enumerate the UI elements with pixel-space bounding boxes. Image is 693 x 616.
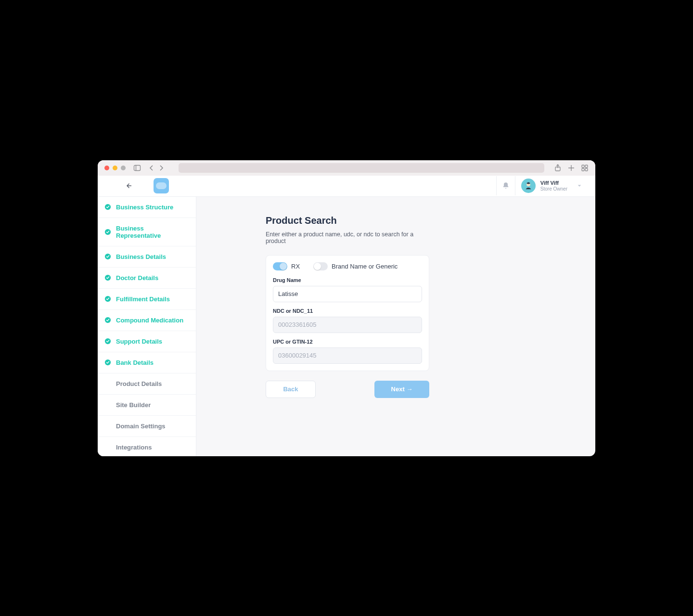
brand-generic-toggle[interactable] xyxy=(313,262,328,270)
sidebar-item[interactable]: Support Details xyxy=(98,331,196,352)
next-button[interactable]: Next → xyxy=(374,381,429,398)
check-circle-icon xyxy=(104,359,111,366)
drug-name-label: Drug Name xyxy=(273,277,422,283)
upc-label: UPC or GTIN-12 xyxy=(273,339,422,345)
app-body: Business StructureBusiness Representativ… xyxy=(98,197,595,456)
browser-window: Viff Viff Store Owner Business Structure… xyxy=(98,160,595,456)
page-title: Product Search xyxy=(266,215,429,226)
sidebar-item[interactable]: Domain Settings xyxy=(98,416,196,437)
back-button[interactable]: Back xyxy=(266,381,316,398)
notifications-button[interactable] xyxy=(496,176,515,195)
share-icon[interactable] xyxy=(554,164,562,172)
app-header: Viff Viff Store Owner xyxy=(98,176,595,197)
sidebar-item-label: Business Details xyxy=(116,253,166,260)
sidebar-item-label: Business Representative xyxy=(116,225,189,239)
svg-rect-5 xyxy=(582,168,584,171)
sidebar-item-label: Fulfillment Details xyxy=(116,295,170,303)
sidebar-item-label: Doctor Details xyxy=(116,274,158,282)
app-logo[interactable] xyxy=(154,178,169,193)
rx-toggle[interactable] xyxy=(273,262,287,270)
product-search-form: RX Brand Name or Generic Drug Name NDC o… xyxy=(266,255,429,371)
toggle-row: RX Brand Name or Generic xyxy=(273,262,422,270)
logo-text xyxy=(156,182,167,189)
back-arrow-icon[interactable] xyxy=(123,180,134,192)
window-minimize-button[interactable] xyxy=(113,166,117,170)
sidebar-item[interactable]: Fulfillment Details xyxy=(98,289,196,310)
check-circle-icon xyxy=(104,317,111,323)
check-circle-icon xyxy=(104,204,111,210)
ndc-label: NDC or NDC_11 xyxy=(273,308,422,314)
button-row: Back Next → xyxy=(266,381,429,398)
chevron-down-icon xyxy=(577,181,582,190)
sidebar-item[interactable]: Site Builder xyxy=(98,395,196,416)
check-circle-icon xyxy=(104,274,111,281)
page-subtitle: Enter either a product name, udc, or ndc… xyxy=(266,231,429,244)
drug-name-input[interactable] xyxy=(273,286,422,302)
sidebar-item-label: Business Structure xyxy=(116,204,173,211)
browser-chrome-right xyxy=(554,164,589,172)
ndc-input[interactable] xyxy=(273,317,422,333)
window-maximize-button[interactable] xyxy=(121,166,126,170)
svg-rect-6 xyxy=(585,168,588,171)
sidebar-item[interactable]: Business Structure xyxy=(98,197,196,218)
check-circle-icon xyxy=(104,229,111,235)
sidebar-item[interactable]: Business Details xyxy=(98,246,196,268)
browser-nav xyxy=(148,164,165,172)
window-close-button[interactable] xyxy=(104,166,109,170)
sidebar-item-label: Support Details xyxy=(116,338,162,345)
new-tab-icon[interactable] xyxy=(567,164,575,172)
sidebar-item-label: Bank Details xyxy=(116,359,154,366)
tabs-overview-icon[interactable] xyxy=(581,164,589,172)
browser-chrome xyxy=(98,160,595,176)
brand-generic-toggle-label: Brand Name or Generic xyxy=(332,263,398,270)
browser-back-icon[interactable] xyxy=(148,164,155,172)
check-circle-icon xyxy=(104,295,111,302)
user-menu[interactable]: Viff Viff Store Owner xyxy=(521,179,586,193)
sidebar-item[interactable]: Doctor Details xyxy=(98,268,196,289)
rx-toggle-label: RX xyxy=(291,263,300,270)
browser-forward-icon[interactable] xyxy=(157,164,165,172)
main-content: Product Search Enter either a product na… xyxy=(196,197,595,456)
sidebar-item[interactable]: Integrations xyxy=(98,437,196,456)
sidebar-item-label: Domain Settings xyxy=(116,423,166,430)
svg-rect-4 xyxy=(585,165,588,167)
avatar xyxy=(521,179,536,193)
sidebar-toggle-icon[interactable] xyxy=(133,164,141,172)
traffic-lights xyxy=(104,166,126,170)
sidebar-item[interactable]: Compound Medication xyxy=(98,310,196,331)
sidebar-item[interactable]: Product Details xyxy=(98,373,196,395)
user-name: Viff Viff xyxy=(540,180,567,186)
sidebar-item-label: Product Details xyxy=(116,380,162,387)
check-circle-icon xyxy=(104,253,111,260)
sidebar: Business StructureBusiness Representativ… xyxy=(98,197,196,456)
sidebar-item-label: Integrations xyxy=(116,444,152,451)
sidebar-item-label: Site Builder xyxy=(116,401,151,409)
svg-rect-3 xyxy=(582,165,584,167)
upc-input[interactable] xyxy=(273,347,422,364)
user-role: Store Owner xyxy=(540,186,567,192)
sidebar-item[interactable]: Business Representative xyxy=(98,218,196,246)
sidebar-item-label: Compound Medication xyxy=(116,317,183,324)
url-bar[interactable] xyxy=(179,163,544,173)
check-circle-icon xyxy=(104,338,111,345)
svg-rect-0 xyxy=(134,165,141,170)
sidebar-item[interactable]: Bank Details xyxy=(98,352,196,373)
